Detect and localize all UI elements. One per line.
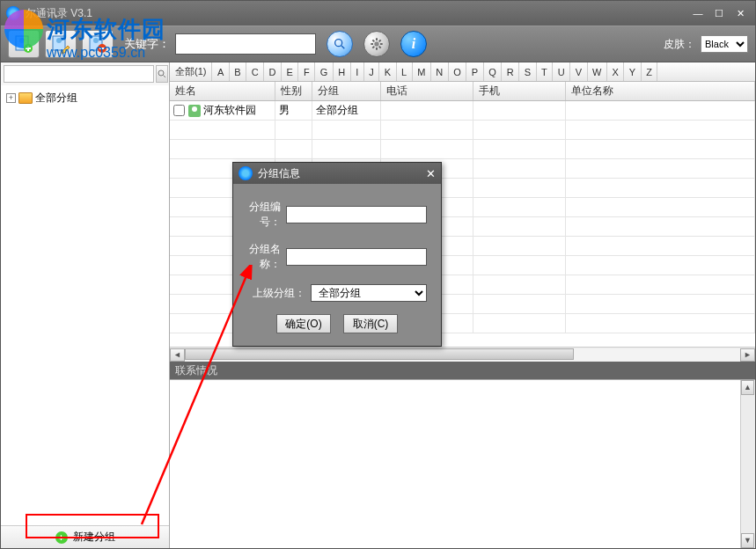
magnifier-icon xyxy=(157,69,167,79)
parent-group-label: 上级分组： xyxy=(247,286,305,301)
cell-name-text: 河东软件园 xyxy=(203,103,256,118)
person-icon xyxy=(188,105,201,117)
alpha-E[interactable]: E xyxy=(282,62,298,81)
cancel-button[interactable]: 取消(C) xyxy=(343,314,398,333)
sidebar-search-button[interactable] xyxy=(156,65,168,83)
dialog-icon xyxy=(239,166,253,180)
delete-contact-button[interactable] xyxy=(82,30,114,58)
alpha-D[interactable]: D xyxy=(264,62,282,81)
scroll-up-icon[interactable]: ▲ xyxy=(741,380,754,395)
folder-icon xyxy=(18,92,33,104)
cell-group: 全部分组 xyxy=(312,101,381,120)
cell-sex: 男 xyxy=(275,101,312,120)
field-group-id: 分组编号： xyxy=(247,200,427,230)
scroll-down-icon[interactable]: ▼ xyxy=(741,533,754,548)
alpha-C[interactable]: C xyxy=(246,62,264,81)
maximize-button[interactable]: ☐ xyxy=(709,5,729,21)
alpha-G[interactable]: G xyxy=(315,62,334,81)
alpha-Z[interactable]: Z xyxy=(642,62,658,81)
alpha-W[interactable]: W xyxy=(588,62,607,81)
alpha-O[interactable]: O xyxy=(449,62,467,81)
col-group[interactable]: 分组 xyxy=(312,82,381,100)
edit-contact-button[interactable] xyxy=(45,30,77,58)
table-row xyxy=(170,121,755,140)
minimize-button[interactable]: — xyxy=(688,5,708,21)
about-button[interactable]: i xyxy=(400,31,427,57)
scroll-left-icon[interactable]: ◄ xyxy=(170,348,185,362)
add-contact-button[interactable] xyxy=(8,30,40,58)
skin-select[interactable]: Black xyxy=(701,35,748,53)
cell-company xyxy=(566,101,755,120)
skin-label: 皮肤： xyxy=(664,37,695,52)
dialog-close-button[interactable]: ✕ xyxy=(426,167,436,180)
group-id-input[interactable] xyxy=(286,206,427,223)
new-group-button[interactable]: + 新建分组 xyxy=(1,525,169,548)
alpha-S[interactable]: S xyxy=(519,62,536,81)
alpha-M[interactable]: M xyxy=(413,62,431,81)
group-name-input[interactable] xyxy=(286,248,427,266)
person-add-icon xyxy=(13,33,34,55)
keyword-label: 关键字： xyxy=(124,36,170,52)
col-mobile[interactable]: 手机 xyxy=(473,82,566,100)
alpha-J[interactable]: J xyxy=(364,62,380,81)
col-phone[interactable]: 电话 xyxy=(381,82,473,100)
search-button[interactable] xyxy=(327,31,353,57)
svg-point-9 xyxy=(335,40,342,47)
svg-point-10 xyxy=(374,41,378,46)
keyword-input[interactable] xyxy=(175,33,316,55)
contact-situation-bar: 联系情况 xyxy=(170,362,755,379)
person-edit-icon xyxy=(50,33,71,55)
dialog-titlebar[interactable]: 分组信息 ✕ xyxy=(233,163,441,184)
alpha-V[interactable]: V xyxy=(570,62,587,81)
horizontal-scrollbar[interactable]: ◄ ► xyxy=(170,347,755,362)
group-tree: + 全部分组 xyxy=(1,85,169,525)
alpha-Q[interactable]: Q xyxy=(484,62,503,81)
alpha-I[interactable]: I xyxy=(351,62,364,81)
table-row[interactable]: 河东软件园 男 全部分组 xyxy=(170,101,755,121)
alpha-K[interactable]: K xyxy=(379,62,396,81)
tree-root-item[interactable]: + 全部分组 xyxy=(3,89,167,107)
scroll-track[interactable] xyxy=(185,348,740,362)
cell-mobile xyxy=(473,101,566,120)
alpha-A[interactable]: A xyxy=(212,62,229,81)
group-info-dialog: 分组信息 ✕ 分组编号： 分组名称： 上级分组： 全部分组 确定(O) 取消(C… xyxy=(232,162,442,347)
dialog-title-text: 分组信息 xyxy=(258,166,300,181)
vertical-scrollbar[interactable]: ▲ ▼ xyxy=(740,380,755,548)
scroll-right-icon[interactable]: ► xyxy=(740,348,755,362)
toolbar: 关键字： i 皮肤： Black xyxy=(1,26,755,62)
scroll-thumb[interactable] xyxy=(185,348,574,360)
dialog-buttons: 确定(O) 取消(C) xyxy=(247,314,427,333)
col-name[interactable]: 姓名 xyxy=(170,82,275,100)
sidebar-search-input[interactable] xyxy=(4,65,154,83)
svg-rect-8 xyxy=(99,48,105,49)
alpha-R[interactable]: R xyxy=(502,62,519,81)
ok-button[interactable]: 确定(O) xyxy=(276,314,331,333)
alpha-N[interactable]: N xyxy=(431,62,449,81)
alpha-all[interactable]: 全部(1) xyxy=(170,62,212,81)
alpha-P[interactable]: P xyxy=(466,62,483,81)
plus-icon: + xyxy=(55,531,68,544)
alpha-X[interactable]: X xyxy=(607,62,624,81)
parent-group-select[interactable]: 全部分组 xyxy=(311,284,427,302)
col-company[interactable]: 单位名称 xyxy=(566,82,755,100)
alpha-F[interactable]: F xyxy=(298,62,315,81)
dialog-body: 分组编号： 分组名称： 上级分组： 全部分组 确定(O) 取消(C) xyxy=(233,184,441,346)
expand-icon[interactable]: + xyxy=(6,93,16,103)
alpha-T[interactable]: T xyxy=(537,62,554,81)
settings-button[interactable] xyxy=(363,31,390,57)
alpha-H[interactable]: H xyxy=(334,62,351,81)
alpha-B[interactable]: B xyxy=(230,62,246,81)
alpha-Y[interactable]: Y xyxy=(624,62,641,81)
person-delete-icon xyxy=(87,33,108,55)
row-checkbox[interactable] xyxy=(173,105,185,116)
group-id-label: 分组编号： xyxy=(247,200,281,230)
svg-point-4 xyxy=(56,38,62,43)
contact-bar-label: 联系情况 xyxy=(175,363,217,378)
cell-phone xyxy=(381,101,473,120)
gear-icon xyxy=(370,37,384,51)
alpha-U[interactable]: U xyxy=(553,62,570,81)
close-button[interactable]: ✕ xyxy=(730,5,750,21)
col-sex[interactable]: 性别 xyxy=(275,82,312,100)
alpha-L[interactable]: L xyxy=(397,62,413,81)
detail-pane: ▲ ▼ xyxy=(170,379,755,548)
